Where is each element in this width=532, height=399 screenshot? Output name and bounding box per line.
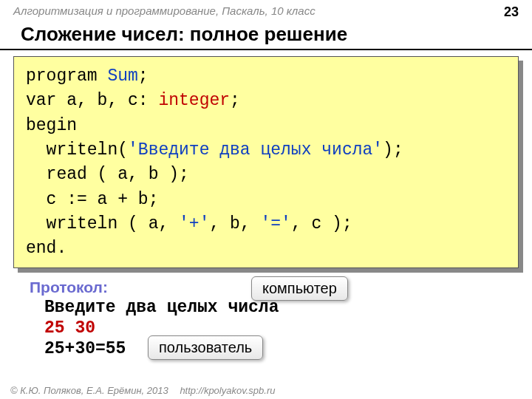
code-l2-type: integer (158, 91, 230, 110)
callout-computer: компьютер (251, 276, 348, 301)
code-l6: c := a + b; (26, 190, 158, 209)
code-l2-kw: var a, b, c: (26, 91, 158, 110)
code-box: program Sum; var a, b, c: integer; begin… (13, 56, 519, 268)
code-l7-c: , b, (209, 214, 260, 233)
code-l1-name: Sum (107, 66, 137, 86)
code-l2-end: ; (230, 91, 240, 110)
code-l7-e: , c ); (291, 214, 352, 233)
code-l4-a: writeln( (26, 140, 128, 160)
slide-header: Алгоритмизация и программирование, Паска… (0, 0, 532, 21)
code-container: program Sum; var a, b, c: integer; begin… (13, 56, 519, 268)
code-l3: begin (26, 116, 77, 135)
code-l7-a: writeln ( a, (26, 214, 179, 233)
page-number: 23 (504, 4, 519, 20)
protocol-output-2: 25+30=55 (44, 339, 532, 358)
protocol-user-input: 25 30 (44, 318, 532, 338)
code-l7-s1: '+' (179, 214, 209, 233)
slide-title: Сложение чисел: полное решение (0, 21, 532, 50)
code-l4-c: ); (383, 140, 403, 160)
code-l5: read ( a, b ); (26, 165, 189, 184)
code-l7-s2: '=' (260, 214, 290, 233)
code-l4-str: 'Введите два целых числа' (128, 140, 383, 160)
callout-user: пользователь (148, 335, 263, 360)
code-l1-kw: program (26, 66, 107, 86)
footer-url: http://kpolyakov.spb.ru (180, 385, 275, 396)
code-l8: end. (26, 239, 66, 258)
code-l1-end: ; (138, 66, 149, 86)
course-name: Алгоритмизация и программирование, Паска… (13, 4, 316, 20)
copyright: © К.Ю. Поляков, Е.А. Ерёмин, 2013 (10, 385, 168, 396)
slide-footer: © К.Ю. Поляков, Е.А. Ерёмин, 2013 http:/… (10, 385, 275, 396)
